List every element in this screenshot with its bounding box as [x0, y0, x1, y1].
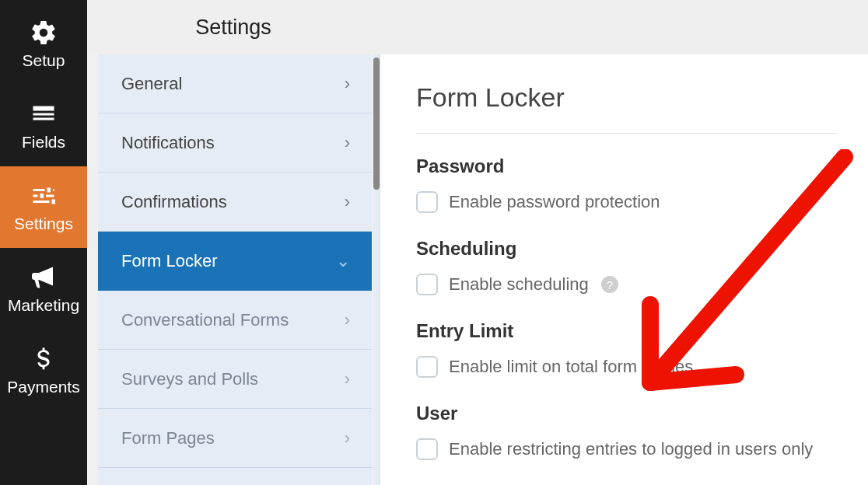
rail-label-payments: Payments	[7, 378, 79, 396]
sliders-icon	[30, 182, 58, 210]
menu-item-conversational-forms[interactable]: Conversational Forms ›	[98, 291, 372, 350]
primary-rail: Setup Fields Settings Marketing Payments	[0, 0, 87, 485]
checkbox-scheduling[interactable]	[416, 274, 438, 295]
menu-label: Conversational Forms	[121, 310, 289, 330]
checkbox-entry-limit[interactable]	[416, 356, 438, 378]
section-heading-entry-limit: Entry Limit	[416, 320, 837, 342]
checkbox-label-entry-limit: Enable limit on total form entries	[449, 357, 693, 377]
menu-item-confirmations[interactable]: Confirmations ›	[98, 173, 372, 232]
chevron-down-icon: ⌄	[336, 251, 350, 271]
checkbox-password[interactable]	[416, 191, 438, 213]
checkbox-label-scheduling: Enable scheduling	[449, 274, 589, 295]
chevron-right-icon: ›	[345, 192, 350, 212]
menu-item-notifications[interactable]: Notifications ›	[98, 113, 372, 173]
rail-item-settings[interactable]: Settings	[0, 166, 87, 248]
rail-label-fields: Fields	[22, 133, 65, 152]
bullhorn-icon	[30, 263, 58, 291]
section-heading-user: User	[416, 403, 837, 424]
chevron-right-icon: ›	[345, 310, 350, 330]
rail-label-setup: Setup	[23, 51, 65, 70]
rail-item-fields[interactable]: Fields	[0, 85, 87, 166]
chevron-right-icon: ›	[345, 133, 350, 153]
dollar-icon	[30, 345, 58, 373]
topbar-title: Settings	[87, 0, 380, 54]
menu-item-surveys-polls[interactable]: Surveys and Polls ›	[98, 350, 372, 409]
rail-item-marketing[interactable]: Marketing	[0, 248, 87, 330]
menu-label: General	[121, 74, 182, 94]
menu-label: Confirmations	[121, 192, 227, 212]
menu-item-general[interactable]: General ›	[98, 54, 372, 113]
topbar-spacer	[380, 0, 868, 54]
menu-label: Form Locker	[121, 251, 217, 271]
rail-label-settings: Settings	[14, 215, 73, 233]
rail-item-setup[interactable]: Setup	[0, 3, 87, 85]
settings-menu: General › Notifications › Confirmations …	[98, 54, 372, 485]
content-area: Form Locker Password Enable password pro…	[380, 0, 868, 485]
menu-item-form-pages[interactable]: Form Pages ›	[98, 409, 372, 468]
rail-item-payments[interactable]: Payments	[0, 330, 87, 411]
menu-label: Notifications	[121, 133, 215, 153]
checkbox-label-password: Enable password protection	[449, 192, 660, 212]
menu-label: Form Pages	[121, 428, 215, 448]
settings-panel: Settings General › Notifications › Confi…	[87, 0, 380, 485]
rail-label-marketing: Marketing	[8, 296, 79, 315]
checkbox-user[interactable]	[416, 438, 438, 460]
chevron-right-icon: ›	[345, 428, 350, 448]
menu-scrollbar[interactable]	[373, 54, 380, 485]
checkbox-label-user: Enable restricting entries to logged in …	[449, 439, 813, 459]
fields-icon	[30, 100, 58, 128]
menu-item-form-locker[interactable]: Form Locker ⌄	[98, 232, 372, 291]
page-title: Form Locker	[416, 82, 837, 134]
chevron-right-icon: ›	[345, 369, 350, 389]
section-heading-scheduling: Scheduling	[416, 238, 837, 260]
chevron-right-icon: ›	[345, 74, 350, 94]
help-icon[interactable]: ?	[601, 276, 618, 293]
gear-icon	[30, 19, 58, 47]
menu-scrollbar-thumb[interactable]	[373, 58, 380, 190]
section-heading-password: Password	[416, 155, 837, 177]
menu-label: Surveys and Polls	[121, 369, 258, 389]
